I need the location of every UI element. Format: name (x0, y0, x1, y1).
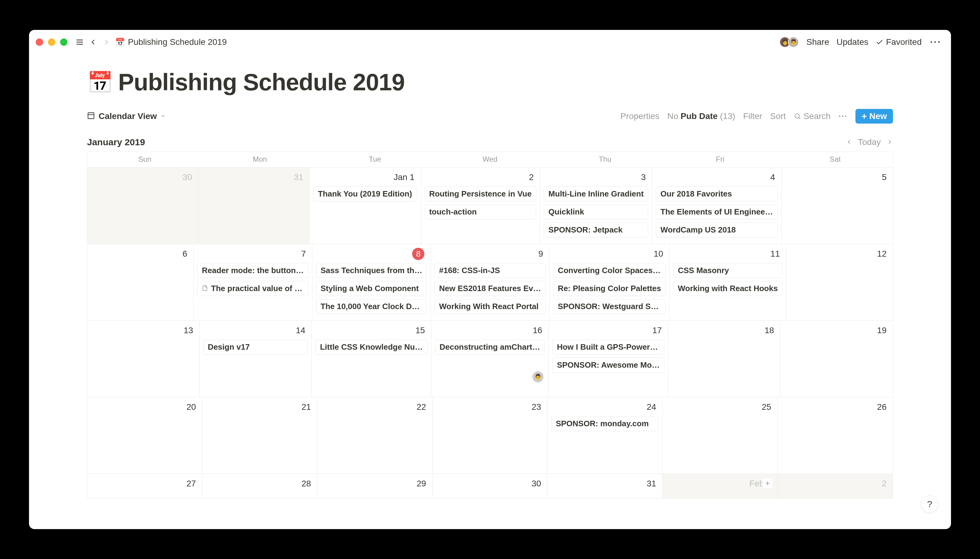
calendar-day[interactable]: 30 (433, 474, 548, 498)
calendar-day[interactable]: 30 (87, 167, 199, 244)
calendar-event[interactable]: Re: Pleasing Color Palettes (553, 281, 665, 296)
back-button[interactable] (86, 35, 100, 49)
calendar-event[interactable]: CSS Masonry (673, 263, 782, 278)
calendar-event[interactable]: Design v17 (203, 340, 308, 355)
calendar-event[interactable]: How I Built a GPS-Power… (552, 340, 664, 355)
titlebar: 📅 Publishing Schedule 2019 👩 👨 Share Upd… (29, 30, 951, 54)
calendar-event[interactable]: The 10,000 Year Clock D… (316, 299, 427, 314)
no-pub-date-filter[interactable]: No Pub Date (13) (667, 111, 735, 121)
favorite-button[interactable]: Favorited (876, 37, 922, 47)
calendar-event[interactable]: The practical value of … (197, 281, 308, 296)
calendar-event[interactable]: SPONSOR: Jetpack (544, 222, 648, 237)
calendar-day[interactable]: 27 (87, 474, 202, 498)
more-menu-button[interactable]: ··· (929, 35, 942, 49)
calendar-day[interactable]: 26 (778, 397, 893, 473)
view-more-button[interactable]: ··· (839, 111, 848, 121)
search-button[interactable]: Search (794, 111, 831, 121)
calendar-day[interactable]: 6 (87, 244, 194, 320)
filter-button[interactable]: Filter (743, 111, 762, 121)
calendar-day[interactable]: 15Little CSS Knowledge Nu… (312, 321, 431, 397)
calendar-day[interactable]: 23 (433, 397, 548, 473)
minimize-window-button[interactable] (48, 38, 55, 46)
calendar-day[interactable]: 16Deconstructing amChart…👨 (431, 321, 549, 397)
today-button[interactable]: Today (858, 137, 881, 147)
calendar-day[interactable]: 13 (87, 321, 200, 397)
calendar-day[interactable]: 12 (786, 244, 893, 320)
calendar-event[interactable]: Working with React Hooks (673, 281, 782, 296)
page-title-text[interactable]: Publishing Schedule 2019 (118, 68, 404, 96)
calendar-event[interactable]: Our 2018 Favorites (656, 187, 777, 202)
sidebar-toggle-button[interactable] (73, 35, 86, 49)
calendar-event[interactable]: Deconstructing amChart… (435, 340, 545, 355)
calendar-day[interactable]: 20 (87, 397, 202, 473)
calendar-day[interactable]: 22 (318, 397, 433, 473)
calendar-day[interactable]: 17How I Built a GPS-Power…SPONSOR: Aweso… (549, 321, 668, 397)
calendar-event[interactable]: SPONSOR: monday.com (551, 416, 659, 431)
calendar-day[interactable]: 29 (318, 474, 433, 498)
calendar-day[interactable]: 21 (202, 397, 318, 473)
calendar-event[interactable]: Little CSS Knowledge Nu… (315, 340, 427, 355)
day-number: 17 (552, 324, 664, 337)
calendar-day[interactable]: 31 (547, 474, 662, 498)
calendar-event[interactable]: Thank You (2019 Edition) (313, 187, 417, 202)
calendar-event[interactable]: Working With React Portal (434, 299, 546, 314)
calendar-day[interactable]: 2 (778, 474, 893, 498)
calendar-day[interactable]: Feb 1+ (662, 474, 778, 498)
calendar-event[interactable]: Multi-Line Inline Gradient (544, 187, 648, 202)
share-button[interactable]: Share (806, 37, 829, 47)
calendar-event[interactable]: The Elements of UI Enginee… (656, 204, 777, 219)
sort-button[interactable]: Sort (770, 111, 786, 121)
avatar: 👨 (788, 36, 799, 48)
presence-avatars[interactable]: 👩 👨 (780, 36, 799, 48)
calendar-event[interactable]: Quicklink (544, 204, 648, 219)
calendar-day[interactable]: 2Routing Persistence in Vuetouch-action (421, 167, 540, 244)
calendar-day[interactable]: 3Multi-Line Inline GradientQuicklinkSPON… (540, 167, 652, 244)
content-scroll[interactable]: 📅 Publishing Schedule 2019 Calendar View… (29, 54, 951, 529)
calendar-day[interactable]: 9#168: CSS-in-JSNew ES2018 Features Ev…W… (431, 244, 550, 320)
forward-button[interactable] (100, 35, 113, 49)
calendar-day[interactable]: 25 (662, 397, 778, 473)
dow-label: Sat (778, 152, 893, 167)
calendar-event[interactable]: #168: CSS-in-JS (434, 263, 546, 278)
prev-month-button[interactable] (846, 139, 853, 146)
calendar-event[interactable]: SPONSOR: Awesome Mo… (552, 357, 664, 372)
calendar-day[interactable]: 28 (202, 474, 318, 498)
close-window-button[interactable] (36, 38, 43, 46)
view-select[interactable]: Calendar View (99, 111, 166, 121)
page-icon-large[interactable]: 📅 (87, 70, 113, 94)
calendar-day[interactable]: 4Our 2018 FavoritesThe Elements of UI En… (652, 167, 781, 244)
calendar-day[interactable]: 31 (199, 167, 310, 244)
calendar-day[interactable]: 5 (781, 167, 893, 244)
calendar-event[interactable]: Sass Techniques from th… (316, 263, 427, 278)
event-assignee-avatar[interactable]: 👨 (532, 371, 544, 383)
properties-button[interactable]: Properties (620, 111, 659, 121)
updates-button[interactable]: Updates (836, 37, 868, 47)
day-events: SPONSOR: monday.com (551, 416, 659, 431)
calendar-event[interactable]: SPONSOR: Westguard S… (553, 299, 665, 314)
calendar-event[interactable]: WordCamp US 2018 (656, 222, 777, 237)
calendar-event[interactable]: New ES2018 Features Ev… (434, 281, 546, 296)
calendar-event[interactable]: Reader mode: the button… (197, 263, 308, 278)
calendar-day[interactable]: 14Design v17 (200, 321, 312, 397)
calendar-day[interactable]: 10Converting Color Spaces…Re: Pleasing C… (550, 244, 669, 320)
calendar-event[interactable]: Converting Color Spaces… (553, 263, 665, 278)
calendar-day[interactable]: 18 (668, 321, 781, 397)
breadcrumb[interactable]: 📅 Publishing Schedule 2019 (115, 37, 227, 47)
new-button[interactable]: + New (856, 109, 893, 124)
calendar-day[interactable]: 7Reader mode: the button…The practical v… (194, 244, 312, 320)
calendar-event[interactable]: Styling a Web Component (316, 281, 427, 296)
maximize-window-button[interactable] (60, 38, 68, 46)
calendar-event[interactable]: touch-action (425, 204, 536, 219)
calendar-day[interactable]: Jan 1Thank You (2019 Edition) (310, 167, 421, 244)
add-event-button[interactable]: + (762, 478, 773, 488)
help-button[interactable]: ? (921, 496, 938, 513)
dow-label: Sun (87, 152, 202, 167)
calendar-event[interactable]: Routing Persistence in Vue (425, 187, 536, 202)
calendar-day[interactable]: 24SPONSOR: monday.com (547, 397, 662, 473)
next-month-button[interactable] (886, 139, 893, 146)
calendar-day[interactable]: 8Sass Techniques from th…Styling a Web C… (312, 244, 431, 320)
search-icon (794, 112, 801, 120)
calendar-day[interactable]: 19 (780, 321, 893, 397)
day-number: 29 (321, 478, 429, 490)
calendar-day[interactable]: 11CSS MasonryWorking with React Hooks (669, 244, 786, 320)
